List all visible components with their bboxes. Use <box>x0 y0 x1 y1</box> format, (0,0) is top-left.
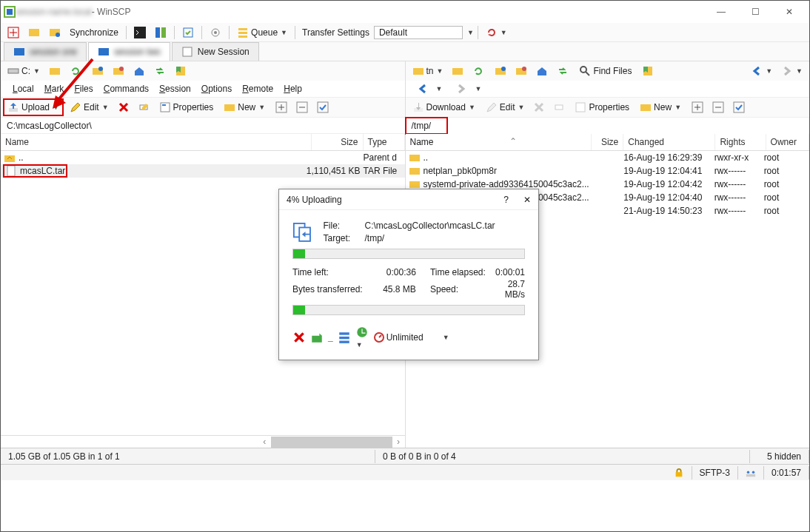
reconnect-icon[interactable]: ▼ <box>482 24 511 41</box>
selectall-icon[interactable] <box>313 99 332 115</box>
svg-rect-9 <box>161 27 166 38</box>
col-r-name[interactable]: Name⌃ <box>406 134 592 150</box>
r-delete-button[interactable] <box>529 99 549 115</box>
settings-icon[interactable] <box>206 24 225 41</box>
col-name[interactable]: Name <box>1 134 312 150</box>
download-button[interactable]: Download▼ <box>409 99 479 115</box>
help-button[interactable]: ? <box>503 195 509 205</box>
menu-mark[interactable]: Mark <box>40 82 69 95</box>
keepuptodate-icon[interactable] <box>178 24 198 41</box>
r-bookmark-icon[interactable] <box>638 63 657 79</box>
r-rename-icon[interactable] <box>550 99 569 115</box>
local-drive-bar: C:▼ <box>1 61 405 81</box>
r-refresh-icon[interactable] <box>469 63 488 79</box>
rename-icon[interactable] <box>135 99 154 115</box>
nav-back-icon[interactable]: ▼ <box>747 63 776 79</box>
minimize-icon[interactable] <box>310 331 324 344</box>
nav1-icon[interactable] <box>88 63 107 79</box>
list-item[interactable]: mcasLC.tar 1,110,451 KB TAR File <box>1 164 405 178</box>
elapsed-time: 0:01:57 <box>764 466 809 479</box>
addsession-icon[interactable] <box>4 24 23 41</box>
upload-button[interactable]: Upload▼ <box>4 99 63 115</box>
properties-button[interactable]: Properties <box>155 99 218 115</box>
find-files-button[interactable]: Find Files <box>575 63 635 79</box>
nav-fwd-icon[interactable]: ▼ <box>777 63 806 79</box>
menu-commands[interactable]: Commands <box>99 82 153 95</box>
menu-help[interactable]: Help <box>279 82 307 95</box>
list-item[interactable]: .. Parent d <box>1 151 405 164</box>
hidden-count: 5 hidden <box>750 450 809 463</box>
r-nav1-icon[interactable] <box>491 63 510 79</box>
session-tab-1[interactable]: session one <box>4 42 87 61</box>
col-r-rights[interactable]: Rights <box>715 134 766 150</box>
once-done-icon[interactable]: ▼ <box>355 326 369 349</box>
col-r-size[interactable]: Size <box>592 134 623 150</box>
cancel-icon[interactable] <box>292 331 306 344</box>
local-path-bar: C:\mcasLogCollector\ <box>1 118 405 134</box>
r-properties-button[interactable]: Properties <box>571 99 633 115</box>
menu-options[interactable]: Options <box>197 82 236 95</box>
session-tab-2[interactable]: session two <box>88 42 170 61</box>
list-item[interactable]: netplan_pbk0pm8r19-Aug-19 12:04:41rwx---… <box>406 164 810 178</box>
speed-limit-select[interactable]: Unlimited <box>373 331 424 343</box>
nav-fwd2-icon[interactable]: ▼ <box>452 81 489 97</box>
r-edit-button[interactable]: Edit▼ <box>482 99 529 115</box>
sync1-icon[interactable] <box>24 24 44 41</box>
plus-icon[interactable] <box>272 99 291 115</box>
remote-dir-select[interactable]: tn▼ <box>409 63 447 79</box>
nav-back2-icon[interactable]: ▼ <box>413 81 451 97</box>
scroll-left-icon[interactable]: ‹ <box>258 436 271 448</box>
r-home-icon[interactable] <box>532 63 552 79</box>
list-item[interactable]: ..16-Aug-19 16:29:39rwxr-xr-xroot <box>406 151 810 164</box>
menu-session[interactable]: Session <box>155 82 195 95</box>
sync2-icon[interactable] <box>45 24 64 41</box>
menu-local[interactable]: Local <box>8 82 39 95</box>
r-sync-icon[interactable] <box>553 63 572 79</box>
col-r-owner[interactable]: Owner <box>766 134 809 150</box>
r-plus-icon[interactable] <box>688 99 707 115</box>
new-session-tab[interactable]: New Session <box>172 42 259 61</box>
compare-icon[interactable] <box>151 24 170 41</box>
synchronize-button[interactable]: Synchronize <box>66 25 122 40</box>
r-open-icon[interactable] <box>448 63 467 79</box>
refresh-icon[interactable] <box>66 63 85 79</box>
svg-point-39 <box>501 67 506 71</box>
edit-button[interactable]: Edit▼ <box>66 99 113 115</box>
r-nav2-icon[interactable] <box>512 63 531 79</box>
remote-drive-bar: tn▼ Find Files ▼ ▼ <box>406 61 810 81</box>
queue-button[interactable]: Queue▼ <box>233 24 291 41</box>
close-button[interactable]: ✕ <box>772 1 806 23</box>
bookmark-icon[interactable] <box>171 63 190 79</box>
svg-rect-16 <box>14 48 24 55</box>
col-size[interactable]: Size <box>312 134 364 150</box>
svg-rect-2 <box>7 9 13 15</box>
svg-rect-8 <box>155 27 160 38</box>
svg-rect-52 <box>409 168 420 175</box>
col-r-changed[interactable]: Changed <box>623 134 715 150</box>
nav2-icon[interactable] <box>109 63 128 79</box>
delete-button[interactable] <box>114 99 133 115</box>
svg-rect-13 <box>238 28 247 30</box>
menu-files[interactable]: Files <box>70 82 97 95</box>
local-drive-select[interactable]: C:▼ <box>4 63 44 79</box>
dialog-close-button[interactable]: ✕ <box>523 195 531 205</box>
r-new-button[interactable]: New▼ <box>636 99 685 115</box>
minus-icon[interactable] <box>292 99 312 115</box>
r-minus-icon[interactable] <box>709 99 728 115</box>
menu-remote[interactable]: Remote <box>238 82 278 95</box>
home-icon[interactable] <box>130 63 149 79</box>
col-type[interactable]: Type <box>364 134 405 150</box>
transfer-settings-select[interactable]: Default <box>374 26 463 39</box>
synchronize-label: Synchronize <box>70 27 118 38</box>
new-button[interactable]: New▼ <box>220 99 269 115</box>
sync-dirs-icon[interactable] <box>150 63 170 79</box>
minimize-button[interactable]: — <box>704 1 738 23</box>
scrollbar-thumb[interactable] <box>271 437 392 448</box>
scroll-right-icon[interactable]: › <box>392 436 405 448</box>
svg-rect-46 <box>576 103 585 112</box>
open-dir-icon[interactable] <box>45 63 64 79</box>
maximize-button[interactable]: ☐ <box>738 1 772 23</box>
r-selectall-icon[interactable] <box>729 99 749 115</box>
background-icon[interactable] <box>338 331 351 344</box>
terminal-icon[interactable] <box>130 24 150 41</box>
